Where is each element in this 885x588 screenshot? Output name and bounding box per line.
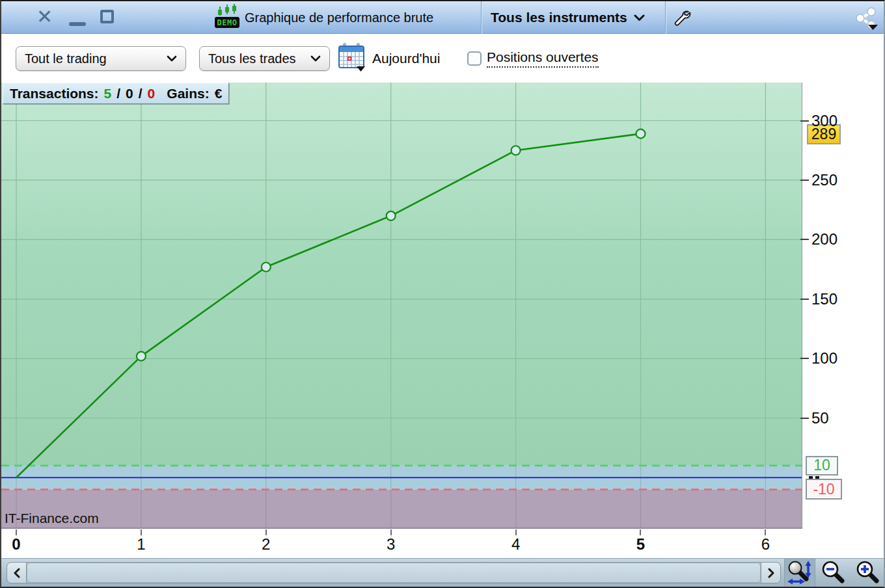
zero-tick (809, 476, 813, 479)
chevron-down-icon (167, 55, 177, 62)
transactions-label: Transactions: (10, 86, 99, 101)
x-axis-tick (765, 529, 766, 535)
x-axis-label: 6 (751, 535, 780, 554)
y-axis-label: 300 (811, 112, 837, 130)
open-positions-checkbox[interactable] (467, 51, 482, 66)
lower-threshold-badge: -10 (806, 479, 842, 500)
transactions-losses: 0 (148, 86, 156, 101)
y-axis-label: 200 (811, 230, 837, 248)
zoom-out-icon (821, 560, 847, 586)
upper-threshold-badge: 10 (806, 456, 838, 475)
transactions-wins: 5 (104, 86, 112, 101)
x-axis-tick (640, 529, 641, 535)
y-axis-label: 250 (811, 171, 837, 189)
zoom-fit-button[interactable] (784, 559, 815, 587)
watermark: IT-Finance.com (5, 511, 99, 526)
trading-scope-value: Tout le trading (25, 51, 107, 66)
transactions-breakeven: 0 (126, 86, 133, 101)
horizontal-scrollbar[interactable] (7, 562, 781, 583)
y-axis-label: 150 (811, 290, 837, 308)
chart-region: Transactions: 5 / 0 / 0 Gains: € IT-Fina… (1, 81, 884, 558)
instrument-selector-label: Tous les instruments (491, 10, 627, 25)
calendar-icon[interactable] (337, 42, 366, 75)
zero-tick (815, 476, 819, 479)
calendar-dropdown-arrow-icon (357, 66, 365, 72)
stats-separator: / (139, 86, 143, 101)
y-axis-tick (800, 239, 809, 240)
x-axis-tick (515, 529, 517, 535)
performance-chart-window: ✕ DEMO Graphique de performance brute To… (0, 0, 885, 588)
y-axis-tick (800, 120, 809, 122)
y-axis-tick (800, 180, 809, 181)
instrument-selector[interactable]: Tous les instruments (491, 1, 645, 34)
y-axis-label: 100 (811, 349, 837, 368)
trades-filter-select[interactable]: Tous les trades (199, 46, 330, 71)
x-axis-tick (16, 529, 17, 535)
chevron-down-icon (310, 55, 321, 62)
x-axis[interactable]: 0123456 (1, 529, 884, 558)
zoom-in-icon (855, 560, 881, 586)
chevron-left-icon (13, 568, 21, 578)
window-title: Graphique de performance brute (245, 1, 433, 34)
x-axis-label: 5 (626, 535, 655, 554)
zoom-in-button[interactable] (852, 559, 884, 587)
trading-scope-select[interactable]: Tout le trading (16, 46, 186, 71)
plot-area[interactable] (1, 83, 802, 529)
y-axis-tick (800, 418, 809, 419)
y-axis-label: 50 (811, 409, 829, 427)
x-axis-label: 0 (2, 535, 31, 554)
share-icon[interactable] (855, 7, 878, 34)
stats-box: Transactions: 5 / 0 / 0 Gains: € (3, 83, 229, 104)
titlebar-separator (481, 1, 482, 34)
y-axis-tick (800, 358, 809, 359)
demo-badge-icon: DEMO (215, 4, 239, 35)
date-range-label[interactable]: Aujourd'hui (372, 34, 440, 81)
settings-wrench-icon[interactable] (672, 8, 691, 31)
scrollbar-thumb[interactable] (27, 563, 761, 583)
minimize-button[interactable] (69, 22, 86, 26)
titlebar-separator (665, 1, 666, 34)
open-positions-label[interactable]: Positions ouvertes (487, 49, 599, 68)
x-axis-label: 4 (502, 535, 530, 554)
x-axis-tick (266, 529, 267, 535)
close-button[interactable]: ✕ (36, 5, 53, 28)
x-axis-tick (390, 529, 392, 535)
y-axis[interactable]: 289 10 -10 30025020015010050 (802, 81, 884, 528)
x-axis-tick (141, 529, 142, 535)
zoom-fit-icon (787, 560, 813, 586)
toolbar: Tout le trading Tous les trades (1, 34, 884, 81)
scroll-left-button[interactable] (7, 563, 27, 583)
x-axis-label: 2 (252, 535, 280, 554)
chevron-down-icon (634, 14, 645, 21)
chevron-right-icon (767, 568, 775, 578)
svg-text:DEMO: DEMO (217, 18, 238, 27)
maximize-button[interactable] (100, 10, 114, 23)
zoom-out-button[interactable] (817, 559, 850, 587)
x-axis-label: 1 (127, 535, 156, 554)
gains-label: Gains: (167, 86, 209, 101)
title-bar: ✕ DEMO Graphique de performance brute To… (1, 1, 884, 34)
scroll-right-button[interactable] (761, 563, 780, 583)
bottom-bar (1, 558, 884, 587)
x-axis-label: 3 (377, 535, 405, 554)
trades-filter-value: Tous les trades (208, 51, 296, 66)
stats-separator: / (116, 86, 120, 101)
y-axis-tick (800, 299, 809, 300)
gains-currency: € (215, 86, 223, 101)
